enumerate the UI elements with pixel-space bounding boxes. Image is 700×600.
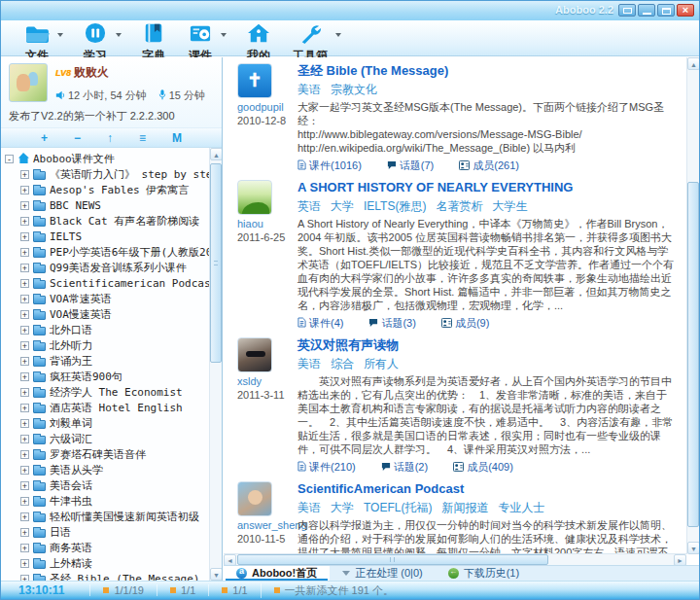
tag-link[interactable]: 宗教文化 [331,83,377,96]
expand-icon[interactable] [20,419,29,428]
tree-item[interactable]: VOA慢速英语 [1,306,208,322]
tree-item[interactable]: 上外精读 [1,555,208,571]
tree-item[interactable]: 北外听力 [1,337,208,353]
tag-link[interactable]: 英语 [298,199,321,213]
expand-icon[interactable] [20,497,29,506]
expand-icon[interactable] [20,481,29,490]
add-icon[interactable]: + [41,132,48,144]
main-scrollbar[interactable] [686,57,699,554]
members-count-link[interactable]: 成员(261) [459,159,519,173]
tree-item[interactable]: 《英语听力入门》 step by step [1,166,208,182]
expand-icon[interactable] [20,544,29,552]
expand-icon[interactable] [20,217,29,226]
tab-download-history[interactable]: 下载历史(1) [436,566,532,581]
tree-item[interactable]: Q99美语发音训练系列小课件 [1,260,208,275]
topics-count-link[interactable]: 话题(7) [387,159,434,173]
entry-title-link[interactable]: ScientificAmerican Podcast [298,481,675,497]
expand-icon[interactable] [20,232,29,241]
tree-item[interactable]: PEP小学英语6年级下册(人教版2004.10.1) [1,244,208,260]
expand-icon[interactable] [20,170,29,179]
main-scroll-thumb[interactable] [687,182,699,527]
tree-item[interactable]: 刘毅单词 [1,415,208,431]
expand-icon[interactable] [20,388,29,397]
scroll-down-icon[interactable] [210,568,222,581]
username[interactable]: 败败火 [74,64,109,81]
expand-icon[interactable] [20,450,29,459]
expand-icon[interactable] [20,341,29,350]
expand-icon[interactable] [20,201,29,210]
expand-icon[interactable] [20,528,29,537]
tree-item[interactable]: 北外口语 [1,322,208,337]
tag-link[interactable]: 专业人士 [498,501,544,514]
entry-title-link[interactable]: 圣经 Bible (The Message) [298,63,675,79]
tag-link[interactable]: 综合 [331,357,354,371]
courseware-dropdown-arrow-icon[interactable] [221,33,227,40]
entry-title-link[interactable]: A SHORT HISTORY OF NEARLY EVERYTHING [298,180,675,195]
tree-item[interactable]: 圣经 Bible (The Message) [1,571,208,581]
topics-count-link[interactable]: 话题(2) [381,460,428,475]
expand-icon[interactable] [20,559,29,568]
entry-title-link[interactable]: 英汉对照有声读物 [298,337,675,353]
expand-icon[interactable] [20,295,29,303]
tag-link[interactable]: 大学 [331,501,354,514]
scroll-up-icon[interactable] [687,57,700,70]
tree-root[interactable]: Aboboo课件文件 [1,151,208,166]
tree-scroll-thumb[interactable] [210,163,222,363]
courseware-count-link[interactable]: 课件(1016) [298,159,362,173]
skin-button[interactable] [618,4,636,17]
tree-scrollbar[interactable] [209,148,222,581]
tag-link[interactable]: 所有人 [364,357,399,371]
close-button[interactable] [677,4,694,17]
tree-item[interactable]: 六级词汇 [1,431,208,446]
remove-icon[interactable]: − [74,132,81,144]
tree-item[interactable]: 罗赛塔石碑美语音伴 [1,446,208,462]
expand-icon[interactable] [20,248,29,257]
group-avatar[interactable] [237,481,272,516]
tree-item[interactable]: 疯狂英语900句 [1,369,208,384]
tree-item[interactable]: IELTS [1,229,208,244]
tag-link[interactable]: 美语 [298,501,321,514]
study-dropdown-arrow-icon[interactable] [116,33,122,40]
expand-icon[interactable] [20,372,29,381]
mark-icon[interactable]: M [172,132,182,144]
minimize-button[interactable] [638,4,655,17]
entry-username[interactable]: answer_sheng [237,519,298,532]
expand-icon[interactable] [20,310,29,319]
entry-username[interactable]: xsldy [237,375,298,388]
expand-icon[interactable] [20,512,29,521]
tree-item[interactable]: 美语会话 [1,477,208,493]
tree-item[interactable]: Black Cat 有声名著阶梯阅读 [1,213,208,229]
tree-item[interactable]: 轻松听懂美国慢速新闻英语初级 [1,509,208,524]
members-count-link[interactable]: 成员(9) [441,316,489,331]
expand-icon[interactable] [20,264,29,272]
expand-icon[interactable] [20,404,29,412]
main-hscrollbar[interactable] [224,553,686,565]
expand-icon[interactable] [20,186,29,194]
list-icon[interactable]: ≡ [139,132,146,144]
tree-item[interactable]: 牛津书虫 [1,493,208,509]
file-dropdown-arrow-icon[interactable] [57,33,63,40]
expand-icon[interactable] [20,279,29,288]
entry-username[interactable]: hiaou [237,218,298,230]
tag-link[interactable]: TOEFL(托福) [364,501,432,514]
expand-icon[interactable] [20,466,29,475]
tag-link[interactable]: 美语 [298,83,321,96]
user-avatar[interactable] [9,63,48,102]
tag-link[interactable]: 大学生 [492,199,527,213]
group-avatar[interactable] [237,180,272,215]
group-avatar[interactable] [237,337,272,372]
tab-home[interactable]: Aboboo!首页 [224,566,330,581]
tree-item[interactable]: 酒店英语 Hotel English [1,400,208,415]
scroll-up-icon[interactable] [210,148,222,160]
expand-icon[interactable] [20,326,29,335]
entry-username[interactable]: goodpupil [237,101,298,114]
expand-icon[interactable] [20,357,29,366]
group-avatar[interactable] [237,63,272,98]
tree-item[interactable]: 商务英语 [1,540,208,555]
tree-item[interactable]: Aesop's Fables 伊索寓言 [1,182,208,197]
tree-item[interactable]: 日语 [1,524,208,540]
expand-icon[interactable] [20,435,29,443]
tag-link[interactable]: 新闻报道 [441,501,488,514]
toolbox-dropdown-arrow-icon[interactable] [335,33,341,40]
tree-item[interactable]: VOA常速英语 [1,291,208,306]
